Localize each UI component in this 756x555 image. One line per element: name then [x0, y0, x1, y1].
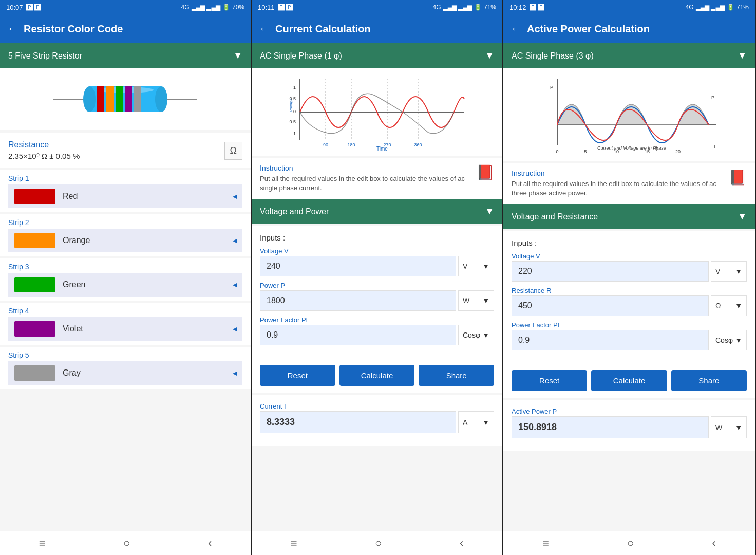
book-icon-2: 📕	[476, 164, 494, 181]
panel-content-3: AC Single Phase (3 φ) ▼ 0 5 10 15 20 P V…	[503, 43, 755, 531]
pf-input-2[interactable]	[260, 325, 456, 345]
status-right-1: 4G ▂▄▆ ▂▄▆ 🔋 70%	[181, 4, 244, 11]
resistance-input-3[interactable]	[512, 295, 709, 316]
wave-graph: 1 0.5 0 -0.5 -1 90 180 270 360 Time Volt…	[252, 68, 502, 156]
svg-text:-0.5: -0.5	[288, 119, 296, 124]
back-icon-3[interactable]: ‹	[712, 536, 716, 550]
instruction-title-2: Instruction	[260, 164, 471, 172]
power-input-2[interactable]	[260, 290, 456, 311]
instruction-title-3: Instruction	[512, 169, 724, 177]
home-icon-1[interactable]: ○	[123, 536, 130, 550]
power-row-2: W ▼	[260, 290, 494, 311]
reset-button-3[interactable]: Reset	[512, 370, 587, 391]
pf-label-2: Power Factor Pf	[260, 316, 494, 324]
book-icon-3: 📕	[729, 169, 747, 186]
output-value-2: 8.3333	[260, 411, 456, 433]
strip-color-name-4: Violet	[63, 324, 83, 334]
voltage-resistance-header[interactable]: Voltage and Resistance ▼	[503, 204, 755, 229]
strip-row-4[interactable]: Violet	[8, 317, 242, 341]
strip-item-4: Strip 4 Violet	[0, 303, 251, 345]
output-group-2: Current I 8.3333 A ▼	[260, 402, 494, 433]
resistance-label-3: Resistance R	[512, 287, 747, 294]
voltage-unit-2[interactable]: V ▼	[458, 256, 494, 276]
input-group-pf-3: Power Factor Pf Cosφ ▼	[512, 321, 747, 350]
svg-text:P: P	[550, 85, 553, 90]
pf-unit-arrow-2: ▼	[482, 331, 489, 339]
p-icon-3: 🅿 🅿	[530, 4, 545, 11]
strip-label-5: Strip 5	[8, 351, 242, 359]
strip-row-2[interactable]: Orange	[8, 229, 242, 252]
battery-1: 🔋	[222, 4, 230, 11]
signal-2: ▂▄▆ ▂▄▆	[443, 4, 472, 11]
output-unit-arrow-3: ▼	[735, 423, 742, 432]
strip-selector[interactable]: 5 Five Strip Resistor ▼	[0, 43, 251, 68]
voltage-input-3[interactable]	[512, 261, 709, 282]
instruction-body-3: Put all the required values in the edit …	[512, 179, 724, 198]
svg-text:Time: Time	[376, 146, 388, 151]
output-unit-3[interactable]: W ▼	[711, 416, 747, 438]
calculate-button-2[interactable]: Calculate	[339, 365, 415, 386]
back-button-3[interactable]: ←	[511, 22, 522, 35]
reset-button-2[interactable]: Reset	[260, 365, 335, 386]
svg-text:Voltage: Voltage	[289, 98, 293, 112]
phase-selector-3[interactable]: AC Single Phase (3 φ) ▼	[503, 43, 755, 68]
resistance-unit-3[interactable]: Ω ▼	[711, 295, 747, 316]
output-group-3: Active Power P 150.8918 W ▼	[512, 408, 747, 438]
pf-unit-3[interactable]: Cosφ ▼	[711, 330, 747, 350]
phone-panel-3: 10:12 🅿 🅿 4G ▂▄▆ ▂▄▆ 🔋 71% ← Active Powe…	[503, 0, 756, 555]
strip-row-3[interactable]: Green	[8, 273, 242, 297]
app-title-2: Current Calculation	[275, 23, 371, 35]
voltage-unit-3[interactable]: V ▼	[711, 261, 747, 282]
strip-selector-label: 5 Five Strip Resistor	[8, 51, 82, 61]
status-bar-3: 10:12 🅿 🅿 4G ▂▄▆ ▂▄▆ 🔋 71%	[503, 0, 755, 14]
phase-selector-label-2: AC Single Phase (1 φ)	[260, 51, 342, 61]
strip-color-name-3: Green	[63, 280, 85, 289]
back-icon-1[interactable]: ‹	[208, 536, 212, 550]
status-right-2: 4G ▂▄▆ ▂▄▆ 🔋 71%	[433, 4, 496, 11]
voltage-power-header[interactable]: Voltage and Power ▼	[252, 199, 502, 224]
pf-unit-2[interactable]: Cosφ ▼	[458, 325, 494, 345]
instruction-3: Instruction Put all the required values …	[503, 163, 755, 204]
share-button-2[interactable]: Share	[419, 365, 494, 386]
pf-unit-arrow-3: ▼	[735, 336, 742, 344]
signal-3: ▂▄▆ ▂▄▆	[696, 4, 725, 11]
output-section-3: Active Power P 150.8918 W ▼	[503, 400, 755, 451]
menu-icon-1[interactable]: ≡	[39, 536, 46, 550]
svg-text:I: I	[714, 144, 715, 149]
svg-text:1: 1	[293, 85, 296, 90]
output-unit-2[interactable]: A ▼	[458, 411, 494, 433]
phase-selector-2[interactable]: AC Single Phase (1 φ) ▼	[252, 43, 502, 68]
input-section-3: Inputs : Voltage V V ▼ Resistance R Ω ▼ …	[503, 231, 755, 363]
home-icon-2[interactable]: ○	[375, 536, 382, 550]
strip-item-5: Strip 5 Gray	[0, 347, 251, 389]
svg-rect-7	[106, 86, 114, 112]
strip-item-3: Strip 3 Green	[0, 258, 251, 301]
strip-color-name-1: Red	[63, 192, 78, 201]
inputs-label-3: Inputs :	[512, 238, 747, 247]
menu-icon-3[interactable]: ≡	[542, 536, 549, 550]
strip-label-2: Strip 2	[8, 218, 242, 227]
network-1: 4G	[181, 4, 190, 11]
svg-text:360: 360	[414, 142, 422, 147]
p-icon-1: 🅿 🅿	[26, 4, 42, 11]
share-button-3[interactable]: Share	[671, 370, 747, 391]
status-left-1: 10:07 🅿 🅿	[6, 4, 41, 11]
input-group-resistance-3: Resistance R Ω ▼	[512, 287, 747, 316]
menu-icon-2[interactable]: ≡	[291, 536, 297, 550]
battery-3: 🔋	[727, 4, 734, 11]
power-unit-2[interactable]: W ▼	[458, 290, 494, 311]
strip-row-5[interactable]: Gray	[8, 361, 242, 385]
strip-row-1[interactable]: Red	[8, 184, 242, 208]
voltage-input-2[interactable]	[260, 256, 456, 276]
back-button-2[interactable]: ←	[259, 22, 270, 35]
home-icon-3[interactable]: ○	[627, 536, 634, 550]
pf-input-3[interactable]	[512, 330, 709, 350]
app-bar-1: ← Resistor Color Code	[0, 14, 251, 43]
back-button-1[interactable]: ←	[7, 22, 18, 35]
resistance-label: Resistance	[8, 140, 224, 150]
instruction-text-group-2: Instruction Put all the required values …	[260, 164, 471, 193]
calculate-button-3[interactable]: Calculate	[591, 370, 667, 391]
voltage-power-arrow: ▼	[485, 206, 494, 217]
strip-swatch-3	[14, 277, 55, 292]
back-icon-2[interactable]: ‹	[460, 536, 463, 550]
